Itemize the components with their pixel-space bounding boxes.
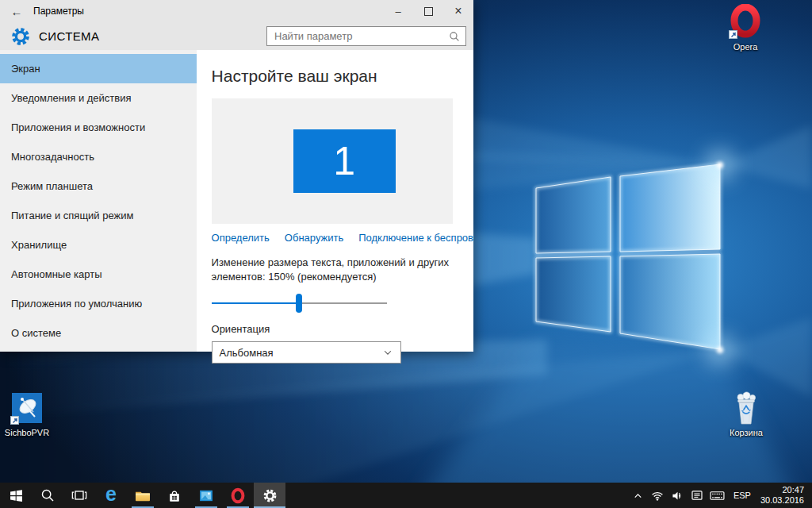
keyboard-icon: [710, 490, 725, 502]
minimize-button[interactable]: –: [383, 0, 413, 22]
sidebar-item-label: Приложения и возможности: [11, 121, 145, 133]
sidebar-item-about[interactable]: О системе: [0, 318, 197, 348]
clock-date: 30.03.2016: [760, 495, 804, 506]
minimize-icon: –: [395, 6, 400, 17]
settings-header: СИСТЕМА: [0, 22, 473, 50]
system-tray: ESP 20:47 30.03.2016: [628, 483, 812, 508]
network-button[interactable]: [648, 483, 668, 508]
store-icon: [167, 488, 182, 503]
orientation-dropdown[interactable]: Альбомная: [212, 341, 401, 364]
sidebar-item-apps-features[interactable]: Приложения и возможности: [0, 113, 197, 142]
back-arrow-icon: ←: [11, 5, 23, 18]
detect-link[interactable]: Обнаружить: [285, 232, 343, 244]
taskbar-photos-button[interactable]: [190, 483, 222, 508]
display-preview: 1: [212, 98, 453, 224]
page-title: Настройте ваш экран: [212, 67, 473, 86]
sidebar-item-label: Многозадачность: [11, 151, 94, 163]
orientation-label: Ориентация: [212, 323, 473, 335]
sidebar-item-multitasking[interactable]: Многозадачность: [0, 142, 197, 171]
slider-fill: [212, 302, 300, 304]
settings-search-input[interactable]: [273, 29, 449, 43]
shortcut-arrow-icon: [10, 416, 19, 425]
settings-search-box[interactable]: [266, 26, 466, 46]
gear-icon: [262, 488, 278, 503]
close-icon: ×: [454, 4, 462, 18]
sidebar-item-default-apps[interactable]: Приложения по умолчанию: [0, 289, 197, 318]
orientation-value: Альбомная: [220, 347, 274, 359]
sidebar-item-display[interactable]: Экран: [0, 54, 197, 83]
opera-icon: [230, 487, 246, 504]
taskbar-store-button[interactable]: [159, 483, 190, 508]
language-indicator[interactable]: ESP: [727, 491, 757, 500]
display-settings-pane: Настройте ваш экран 1 Определить Обнаруж…: [197, 50, 473, 352]
start-button[interactable]: [0, 483, 32, 508]
desktop-icon-label: Opera: [733, 42, 758, 52]
titlebar[interactable]: ← Параметры – ×: [0, 0, 473, 22]
desktop-icon-sichbopvr[interactable]: SichboPVR: [0, 391, 57, 437]
settings-window: ← Параметры – × СИСТЕМА Экран Уведомлени…: [0, 0, 473, 352]
clock[interactable]: 20:47 30.03.2016: [757, 485, 812, 506]
sidebar-item-label: Режим планшета: [11, 180, 93, 192]
sidebar-item-label: Питание и спящий режим: [11, 210, 133, 221]
sidebar-item-label: Приложения по умолчанию: [11, 298, 142, 310]
taskbar-settings-button[interactable]: [254, 483, 285, 508]
action-center-button[interactable]: [688, 483, 707, 508]
volume-button[interactable]: [668, 483, 688, 508]
file-explorer-icon: [134, 488, 151, 502]
chevron-down-icon: [382, 347, 393, 358]
scaling-label: Изменение размера текста, приложений и д…: [212, 256, 451, 284]
settings-gear-icon: [10, 26, 31, 47]
sidebar-item-label: Уведомления и действия: [11, 92, 132, 104]
clock-time: 20:47: [760, 485, 804, 495]
sidebar-item-storage[interactable]: Хранилище: [0, 230, 197, 260]
desktop-icon-label: Корзина: [730, 428, 763, 437]
edge-icon: e: [105, 484, 117, 504]
close-button[interactable]: ×: [443, 0, 473, 22]
maximize-button[interactable]: [413, 0, 443, 22]
chevron-up-icon: [632, 490, 644, 502]
desktop-icon-label: SichboPVR: [5, 428, 49, 437]
speaker-icon: [672, 490, 684, 502]
taskbar: e: [0, 483, 812, 508]
taskbar-edge-button[interactable]: e: [95, 483, 127, 508]
action-center-icon: [691, 489, 703, 502]
sidebar-item-tablet-mode[interactable]: Режим планшета: [0, 171, 197, 201]
settings-sidebar: Экран Уведомления и действия Приложения …: [0, 50, 197, 352]
desktop-icon-recycle-bin[interactable]: Корзина: [716, 391, 776, 437]
maximize-icon: [424, 7, 433, 16]
desktop-icon-opera[interactable]: Opera: [715, 5, 776, 52]
recycle-bin-icon: [732, 391, 760, 425]
taskbar-search-button[interactable]: [32, 483, 63, 508]
wifi-icon: [651, 489, 664, 502]
sidebar-item-label: Хранилище: [11, 239, 67, 251]
touch-keyboard-button[interactable]: [707, 483, 727, 508]
monitor-1[interactable]: 1: [293, 129, 396, 193]
monitor-number: 1: [333, 138, 355, 184]
sidebar-item-label: Экран: [11, 63, 40, 75]
search-icon[interactable]: [449, 31, 460, 42]
category-title: СИСТЕМА: [39, 29, 99, 43]
tray-expand-button[interactable]: [628, 483, 648, 508]
scaling-slider[interactable]: [212, 294, 387, 313]
sidebar-item-label: Автономные карты: [11, 268, 102, 280]
search-icon: [40, 488, 55, 502]
task-view-icon: [71, 488, 87, 502]
taskbar-opera-button[interactable]: [222, 483, 254, 508]
sidebar-item-power-sleep[interactable]: Питание и спящий режим: [0, 201, 197, 230]
taskbar-file-explorer-button[interactable]: [127, 483, 159, 508]
back-button[interactable]: ←: [0, 0, 33, 22]
scaling-slider-thumb[interactable]: [296, 294, 302, 313]
sidebar-item-offline-maps[interactable]: Автономные карты: [0, 260, 197, 289]
task-view-button[interactable]: [63, 483, 95, 508]
shortcut-arrow-icon: [729, 30, 737, 39]
sidebar-item-label: О системе: [11, 327, 61, 339]
connect-wireless-link[interactable]: Подключение к беспров: [358, 232, 473, 244]
sidebar-item-notifications[interactable]: Уведомления и действия: [0, 83, 197, 113]
photos-app-icon: [198, 489, 214, 502]
windows-start-icon: [10, 489, 23, 502]
window-title: Параметры: [33, 6, 84, 17]
identify-link[interactable]: Определить: [212, 232, 270, 244]
